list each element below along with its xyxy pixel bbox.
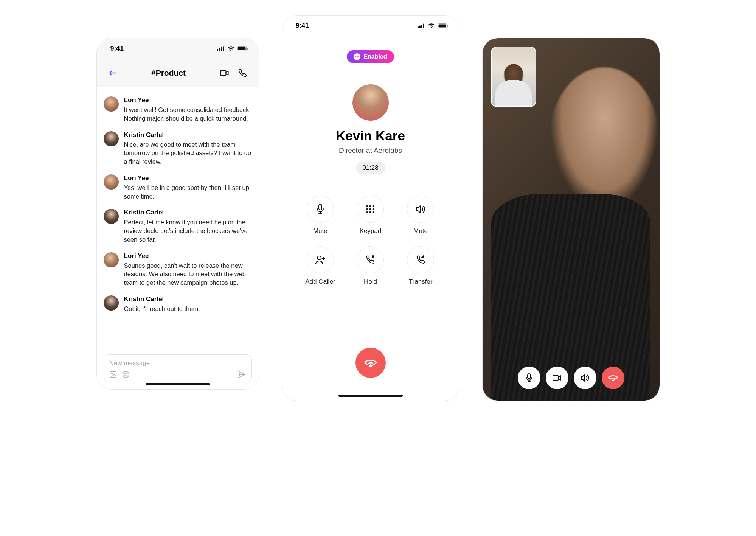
emoji-button[interactable] [122, 371, 130, 378]
home-indicator [146, 383, 210, 385]
svg-rect-14 [419, 25, 421, 28]
svg-point-27 [366, 211, 368, 213]
video-self-feed[interactable] [491, 47, 536, 107]
svg-rect-19 [447, 25, 448, 27]
status-bar: 9:41 [282, 16, 459, 36]
svg-rect-18 [438, 24, 446, 27]
video-call-button[interactable] [216, 65, 233, 81]
avatar [104, 252, 119, 267]
speaker-icon [415, 205, 426, 214]
message-text: Sounds good, can't wait to release the n… [124, 261, 252, 287]
image-icon [109, 371, 117, 378]
keypad-icon [366, 205, 375, 214]
phone-icon [239, 69, 247, 77]
message-author: Kristin Carlel [124, 131, 252, 139]
transfer-button[interactable]: Transfer [400, 246, 442, 286]
svg-point-9 [111, 373, 112, 374]
mic-icon [525, 373, 533, 383]
svg-rect-16 [423, 23, 424, 28]
speaker-button[interactable]: Mute [400, 196, 442, 235]
svg-rect-2 [221, 47, 222, 51]
message-item: Kristin CarlelGot it, I'll reach out to … [104, 295, 252, 313]
svg-point-12 [127, 374, 127, 374]
video-icon [220, 70, 229, 76]
camera-toggle[interactable] [546, 367, 568, 389]
hangup-icon [363, 356, 378, 369]
svg-rect-6 [247, 48, 248, 50]
back-button[interactable] [104, 65, 121, 81]
mic-icon [315, 204, 325, 215]
call-controls: Mute Keypad Mute Add Caller Hold Transfe… [282, 196, 459, 286]
transfer-icon [415, 255, 426, 265]
avatar [104, 295, 119, 311]
hold-button[interactable]: Hold [349, 246, 391, 286]
voice-call-button[interactable] [234, 65, 251, 81]
wifi-icon [227, 46, 234, 51]
svg-rect-0 [217, 49, 218, 51]
message-composer[interactable]: New message [104, 354, 252, 382]
button-label: Keypad [360, 227, 382, 235]
avatar [104, 131, 119, 146]
battery-icon [237, 46, 248, 51]
cellular-icon [418, 23, 425, 28]
video-icon [552, 374, 562, 381]
add-caller-button[interactable]: Add Caller [300, 246, 342, 286]
message-text: Yes, we'll be in a good spot by then. I'… [124, 183, 252, 201]
message-author: Lori Yee [124, 174, 252, 182]
video-controls [483, 367, 660, 389]
wifi-icon [428, 23, 435, 28]
status-bar: 9:41 [97, 38, 259, 59]
speaker-icon [580, 374, 590, 382]
mute-button[interactable]: Mute [300, 196, 342, 235]
hangup-icon [607, 373, 619, 383]
message-item: Kristin CarlelPerfect, let me know if yo… [104, 209, 252, 244]
emoji-icon [122, 371, 130, 378]
svg-rect-3 [223, 46, 224, 51]
hangup-button[interactable] [602, 367, 624, 389]
avatar [104, 96, 119, 112]
channel-title: #Product [121, 68, 216, 78]
status-time: 9:41 [110, 45, 124, 53]
caller-subtitle: Director at Aerolabs [339, 146, 402, 155]
avatar [104, 209, 119, 224]
add-user-icon [315, 255, 326, 265]
svg-rect-8 [110, 371, 116, 378]
phone-chat: 9:41 #Product Lori YeeIt went well! Got … [96, 38, 259, 390]
status-icons [217, 46, 248, 51]
message-author: Lori Yee [124, 252, 252, 260]
cellular-icon [217, 46, 225, 51]
chat-header: #Product [97, 59, 259, 87]
svg-point-25 [369, 208, 371, 210]
svg-point-22 [369, 205, 371, 207]
phone-voice-call: 9:41 Enabled Kevin Kare Director at Aero… [282, 15, 459, 401]
speaker-toggle[interactable] [574, 367, 596, 389]
svg-rect-7 [220, 70, 226, 76]
svg-point-21 [366, 205, 368, 207]
status-icons [418, 23, 449, 28]
caller-name: Kevin Kare [336, 128, 405, 143]
message-text: Nice, are we good to meet with the team … [124, 140, 252, 166]
button-label: Hold [364, 278, 377, 286]
caller-avatar [352, 84, 389, 121]
call-timer: 01:28 [356, 162, 385, 174]
send-button[interactable] [238, 371, 246, 378]
message-list: Lori YeeIt went well! Got some consolida… [97, 87, 259, 351]
svg-rect-31 [528, 374, 531, 379]
home-indicator [338, 395, 403, 397]
button-label: Mute [313, 227, 328, 235]
hangup-button[interactable] [355, 348, 386, 378]
battery-icon [438, 23, 449, 28]
message-item: Lori YeeIt went well! Got some consolida… [104, 96, 252, 123]
attach-image-button[interactable] [109, 371, 117, 378]
pill-label: Enabled [363, 53, 387, 60]
svg-rect-32 [553, 375, 558, 381]
status-pill: Enabled [347, 50, 394, 63]
pill-logo-icon [354, 53, 360, 60]
keypad-button[interactable]: Keypad [349, 196, 391, 235]
svg-point-26 [373, 208, 374, 210]
send-icon [238, 371, 246, 378]
svg-point-30 [317, 256, 321, 260]
message-author: Lori Yee [124, 96, 252, 104]
mic-toggle[interactable] [518, 367, 540, 389]
message-input[interactable]: New message [109, 359, 246, 367]
